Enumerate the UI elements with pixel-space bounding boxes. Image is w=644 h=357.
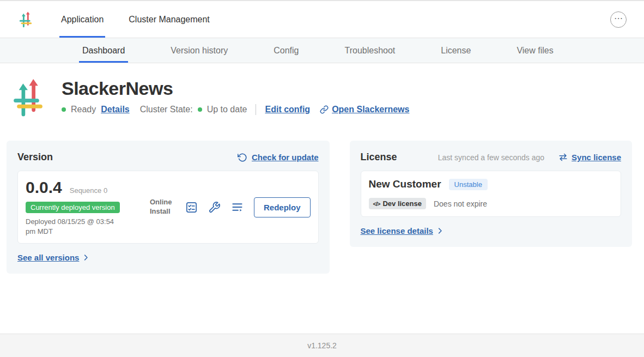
open-app-group: Open Slackernews	[320, 105, 409, 114]
sync-license-link[interactable]: Sync license	[572, 153, 621, 162]
chevron-right-icon	[82, 253, 90, 262]
subnav-troubleshoot-label: Troubleshoot	[344, 46, 395, 56]
link-chain-icon	[320, 105, 329, 114]
subnav-config-label: Config	[274, 46, 299, 56]
subnav-dashboard-label: Dashboard	[82, 46, 125, 56]
install-type-label: Online Install	[150, 198, 175, 216]
license-expiration: Does not expire	[434, 199, 487, 208]
refresh-icon	[238, 153, 247, 162]
version-number: 0.0.4	[26, 178, 62, 197]
license-type-badge: </> Dev license	[369, 198, 426, 209]
license-card: License Last synced a few seconds ago Sy…	[350, 141, 632, 247]
deployed-badge: Currently deployed version	[26, 202, 120, 213]
sync-license-group: Sync license	[558, 153, 621, 162]
check-update-group: Check for update	[238, 153, 319, 162]
see-all-versions-label: See all versions	[17, 253, 79, 262]
channel-badge: Unstable	[449, 179, 488, 190]
subnav-item-license[interactable]: License	[438, 38, 474, 63]
license-card-header: License Last synced a few seconds ago Sy…	[361, 152, 621, 163]
tab-cluster-management-label: Cluster Management	[129, 15, 210, 25]
license-card-title: License	[361, 152, 397, 163]
subnav-view-files-label: View files	[517, 46, 553, 56]
dashboard-cards: Version Check for update 0.0.4 Sequ	[7, 141, 632, 274]
current-version-panel: 0.0.4 Sequence 0 Currently deployed vers…	[17, 171, 319, 244]
version-card-title: Version	[17, 152, 53, 163]
details-link[interactable]: Details	[101, 105, 129, 114]
deployed-timestamp: Deployed 08/15/25 @ 03:54 pm MDT	[26, 217, 123, 236]
page-title: SlackerNews	[62, 78, 409, 99]
code-icon: </>	[373, 201, 380, 207]
dashboard-main: SlackerNews Ready Details Cluster State:…	[0, 63, 644, 274]
version-meta: 0.0.4 Sequence 0 Currently deployed vers…	[26, 178, 150, 236]
deploy-logs-icon[interactable]	[231, 201, 244, 214]
edit-config-link[interactable]: Edit config	[265, 105, 310, 114]
last-synced-text: Last synced a few seconds ago	[438, 153, 544, 162]
divider	[256, 104, 256, 115]
redeploy-button[interactable]: Redeploy	[254, 197, 311, 217]
customer-name: New Customer	[369, 178, 441, 190]
app-icon	[13, 78, 44, 117]
license-type-label: Dev license	[382, 199, 422, 208]
cluster-state-label: Cluster State:	[140, 105, 193, 114]
cluster-state-value: Up to date	[207, 105, 247, 114]
app-status-row: Ready Details Cluster State: Up to date …	[62, 104, 409, 115]
see-all-versions-link[interactable]: See all versions	[17, 253, 90, 262]
tab-application[interactable]: Application	[59, 1, 105, 38]
app-status-text: Ready	[71, 105, 96, 114]
check-for-update-link[interactable]: Check for update	[252, 153, 319, 162]
console-version: v1.125.2	[307, 341, 337, 350]
subnav-item-version-history[interactable]: Version history	[167, 38, 231, 63]
license-type-row: </> Dev license Does not expire	[369, 198, 613, 209]
app-header: SlackerNews Ready Details Cluster State:…	[13, 78, 632, 117]
subnav-item-view-files[interactable]: View files	[513, 38, 556, 63]
tab-application-label: Application	[61, 15, 104, 25]
see-license-details-link[interactable]: See license details	[361, 226, 444, 235]
version-card: Version Check for update 0.0.4 Sequ	[7, 141, 330, 274]
version-actions: Online Install	[150, 197, 311, 217]
overflow-menu-button[interactable]: ⋯	[610, 11, 627, 28]
primary-tabs: Application Cluster Management	[59, 1, 233, 38]
top-navbar: Application Cluster Management ⋯	[0, 0, 644, 38]
app-footer: v1.125.2	[0, 334, 644, 357]
subnav-version-history-label: Version history	[171, 46, 228, 56]
ellipsis-icon: ⋯	[614, 14, 623, 23]
preflight-checks-icon[interactable]	[185, 201, 198, 214]
subnav-item-troubleshoot[interactable]: Troubleshoot	[341, 38, 398, 63]
version-sequence: Sequence 0	[70, 186, 107, 195]
license-panel: New Customer Unstable </> Dev license Do…	[361, 171, 621, 217]
cluster-state-dot	[198, 107, 202, 112]
sync-arrows-icon	[558, 153, 568, 162]
see-license-details-label: See license details	[361, 226, 433, 235]
config-wrench-icon[interactable]	[208, 201, 221, 214]
subnav-item-dashboard[interactable]: Dashboard	[79, 38, 128, 63]
subnav-license-label: License	[441, 46, 471, 56]
app-subnav: Dashboard Version history Config Trouble…	[0, 38, 644, 63]
open-app-link[interactable]: Open Slackernews	[332, 105, 409, 114]
app-logo-icon	[19, 11, 32, 28]
tab-cluster-management[interactable]: Cluster Management	[127, 1, 211, 38]
chevron-right-icon	[436, 227, 444, 235]
license-customer-row: New Customer Unstable	[369, 178, 613, 190]
version-card-header: Version Check for update	[17, 152, 319, 163]
subnav-item-config[interactable]: Config	[270, 38, 302, 63]
app-status-dot	[62, 107, 66, 112]
